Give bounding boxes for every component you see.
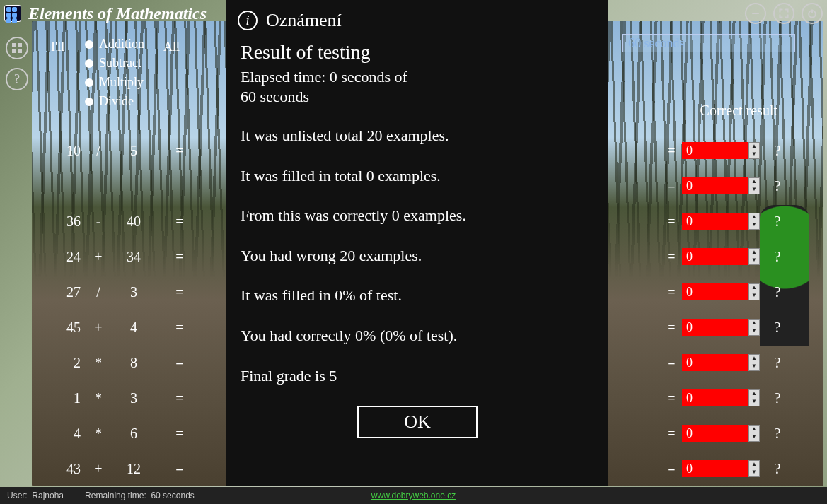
equals-sign: = [166, 355, 194, 371]
radio-divide[interactable]: Divide [85, 94, 144, 109]
radio-multiply[interactable]: Multiply [85, 75, 144, 90]
equals-sign: = [661, 320, 682, 336]
radio-subtract[interactable]: Subtract [85, 56, 144, 71]
operand-b: 5 [116, 143, 151, 159]
operand-a: 10 [45, 143, 81, 159]
number-spinner[interactable]: ▲▼ [748, 460, 760, 477]
number-spinner[interactable]: ▲▼ [748, 248, 760, 265]
operand-b: 3 [116, 390, 151, 406]
operand-b: 3 [116, 284, 151, 300]
info-icon: i [238, 11, 258, 30]
hint-button[interactable]: ? [760, 318, 795, 336]
timer-display: 60 seconds [622, 34, 795, 52]
status-bar: User: Rajnoha Remaining time: 60 seconds… [0, 487, 827, 504]
equals-sign: = [661, 143, 682, 159]
equals-sign: = [661, 426, 682, 442]
elapsed-line2: 60 seconds [241, 88, 594, 106]
power-button[interactable] [802, 3, 823, 24]
result-line-7: Final grade is 5 [241, 366, 594, 387]
dialog-title: Oznámení [266, 10, 342, 31]
elapsed-line1: Elapsed time: 0 seconds of [241, 68, 594, 86]
equals-sign: = [661, 390, 682, 406]
equals-sign: = [166, 284, 194, 300]
operator: * [81, 426, 116, 442]
operand-a: 36 [45, 213, 81, 230]
answer-field[interactable]: 0 [682, 177, 748, 194]
answer-field[interactable]: 0 [682, 389, 748, 406]
status-link[interactable]: www.dobryweb.one.cz [371, 491, 456, 500]
answer-field[interactable]: 0 [682, 425, 748, 442]
answer-field[interactable]: 0 [682, 460, 748, 477]
hint-button[interactable]: ? [760, 424, 795, 443]
equals-sign: = [661, 284, 682, 300]
number-spinner[interactable]: ▲▼ [748, 389, 760, 406]
operand-a: 27 [45, 284, 81, 300]
hint-button[interactable]: ? [760, 389, 795, 407]
operand-b: 6 [116, 426, 151, 442]
equals-sign: = [166, 426, 194, 442]
equals-sign: = [166, 320, 194, 336]
hint-button[interactable]: ? [760, 459, 795, 478]
operator: + [81, 249, 116, 265]
fullscreen-button[interactable] [773, 3, 794, 24]
equals-sign: = [166, 143, 194, 159]
operator: / [81, 284, 116, 300]
radio-all[interactable]: All [159, 40, 180, 54]
minimize-button[interactable] [745, 3, 766, 24]
app-icon [4, 5, 21, 22]
answer-field[interactable]: 0 [682, 142, 748, 159]
operand-a: 24 [45, 249, 81, 265]
hint-button[interactable]: ? [760, 283, 795, 301]
answer-field[interactable]: 0 [682, 319, 748, 336]
radio-addition[interactable]: Addition [85, 37, 144, 52]
operand-a: 43 [45, 461, 81, 477]
operand-a: 45 [45, 320, 81, 336]
result-line-3: From this was correctly 0 examples. [241, 206, 594, 226]
operand-a: 2 [45, 355, 81, 371]
operand-b: 34 [116, 249, 151, 265]
number-spinner[interactable]: ▲▼ [748, 283, 760, 300]
number-spinner[interactable]: ▲▼ [748, 319, 760, 336]
correct-result-header: Correct result [700, 102, 777, 119]
number-spinner[interactable]: ▲▼ [748, 142, 760, 159]
hint-button[interactable]: ? [760, 247, 795, 266]
number-spinner[interactable]: ▲▼ [748, 177, 760, 194]
result-line-1: It was unlisted total 20 examples. [241, 126, 594, 146]
help-button[interactable]: ? [6, 68, 28, 90]
number-spinner[interactable]: ▲▼ [748, 354, 760, 371]
equals-sign: = [661, 213, 682, 230]
operator: * [81, 355, 116, 371]
status-user: Rajnoha [32, 491, 64, 500]
number-spinner[interactable]: ▲▼ [748, 425, 760, 442]
equals-sign: = [661, 249, 682, 265]
answer-field[interactable]: 0 [682, 354, 748, 371]
equals-sign: = [166, 249, 194, 265]
number-spinner[interactable]: ▲▼ [748, 213, 760, 230]
result-dialog: i Oznámení Result of testing Elapsed tim… [226, 0, 608, 486]
operand-b: 40 [116, 213, 151, 230]
operand-b: 12 [116, 461, 151, 477]
operand-b: 8 [116, 355, 151, 371]
menu-button[interactable] [6, 37, 28, 59]
hint-button[interactable]: ? [760, 177, 795, 195]
app-title: Elements of Mathematics [28, 4, 207, 23]
equals-sign: = [661, 355, 682, 371]
answer-field[interactable]: 0 [682, 213, 748, 230]
operator: * [81, 390, 116, 406]
equals-sign: = [661, 461, 682, 477]
operator: + [81, 461, 116, 477]
operation-options: I'll Addition Subtract Multiply Divide [51, 37, 144, 109]
hint-button[interactable]: ? [760, 353, 795, 372]
equals-sign: = [166, 461, 194, 477]
answer-field[interactable]: 0 [682, 283, 748, 300]
ok-button[interactable]: OK [357, 406, 478, 438]
result-line-6: You had correctly 0% (0% of test). [241, 326, 594, 346]
equals-sign: = [166, 390, 194, 406]
operand-b: 4 [116, 320, 151, 336]
hint-button[interactable]: ? [760, 141, 795, 160]
equals-sign: = [166, 213, 194, 230]
operator: / [81, 143, 116, 159]
answer-field[interactable]: 0 [682, 248, 748, 265]
equals-sign: = [661, 178, 682, 194]
hint-button[interactable]: ? [760, 212, 795, 230]
